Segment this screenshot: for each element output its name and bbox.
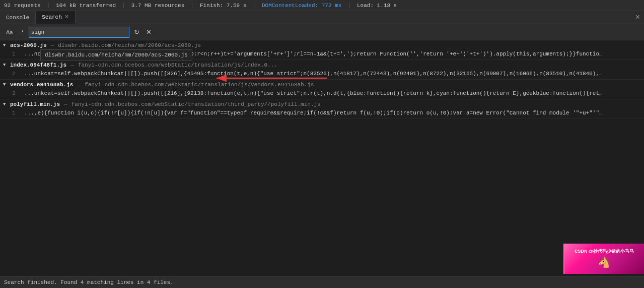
file-path-acs2060: dlswbr.baidu.com/heicha/mm/2060/acs-2060…: [58, 42, 201, 48]
result-line[interactable]: 2 ...unkcat=self.webpackChunkcat||[]).pu…: [0, 90, 644, 99]
search-options: Aa .*: [3, 28, 27, 37]
resources-size: 3.7 MB resources: [131, 3, 185, 9]
load-time: Load: 1.18 s: [357, 3, 397, 9]
result-line[interactable]: 1 ...nction _8HPf(){function() n=argumen…: [0, 50, 644, 60]
transferred-size: 104 kB transferred: [56, 3, 116, 9]
tab-search-label: Search: [42, 14, 62, 20]
line-number: 2: [12, 90, 22, 96]
search-input-wrap: [29, 27, 129, 38]
status-text: Search finished. Found 4 matching lines …: [4, 279, 174, 285]
line-content: ...nction _8HPf(){function() n=arguments…: [24, 51, 603, 57]
file-group-index: ▼ index.094f48f1.js — fanyi-cdn.cdn.bceb…: [0, 60, 644, 80]
status-bar: Search finished. Found 4 matching lines …: [0, 276, 644, 288]
clear-search-button[interactable]: ✕: [144, 27, 155, 38]
search-action-buttons: ↻ ✕: [131, 27, 155, 38]
line-content: ...unkcat=self.webpackChunkcat||[]).push…: [24, 71, 603, 77]
file-path-polyfill: fanyi-cdn.cdn.bcebos.com/webStatic/trans…: [71, 101, 321, 107]
file-header-acs2060[interactable]: ▼ acs-2060.js — dlswbr.baidu.com/heicha/…: [0, 40, 644, 50]
case-sensitive-button[interactable]: Aa: [3, 28, 16, 37]
search-results[interactable]: ▼ acs-2060.js — dlswbr.baidu.com/heicha/…: [0, 40, 644, 276]
tab-console-label: Console: [6, 15, 29, 21]
tab-console[interactable]: Console: [0, 11, 36, 24]
devtools-panel: 92 requests | 104 kB transferred | 3.7 M…: [0, 0, 644, 288]
chevron-icon: ▼: [3, 102, 8, 107]
chevron-icon: ▼: [3, 82, 8, 87]
file-name-vendors: vendors.e94168ab.js: [10, 82, 73, 88]
line-number: 2: [12, 71, 22, 77]
regex-button[interactable]: .*: [17, 28, 26, 37]
close-panel-button[interactable]: ×: [635, 13, 640, 22]
finish-time: Finish: 7.59 s: [200, 3, 246, 9]
file-name-index: index.094f48f1.js: [10, 62, 66, 68]
file-path-vendors: fanyi-cdn.cdn.bcebos.com/webStatic/trans…: [85, 82, 314, 88]
watermark-text: CSDN @抄代码少错的小马马 🐴: [575, 248, 634, 270]
file-path-index: fanyi-cdn.cdn.bcebos.com/webStatic/trans…: [78, 62, 277, 68]
dom-loaded-label: DOMContentLoaded: 772 ms: [262, 3, 341, 9]
stats-bar: 92 requests | 104 kB transferred | 3.7 M…: [0, 0, 644, 11]
file-group-vendors: ▼ vendors.e94168ab.js — fanyi-cdn.cdn.bc…: [0, 80, 644, 99]
file-name-polyfill: polyfill.min.js: [10, 101, 60, 107]
file-group-acs2060: ▼ acs-2060.js — dlswbr.baidu.com/heicha/…: [0, 40, 644, 60]
requests-count: 92 requests: [4, 3, 41, 9]
tab-search[interactable]: Search ×: [36, 11, 75, 24]
line-content: ...unkcat=self.webpackChunkcat||[]).push…: [24, 90, 603, 96]
file-group-polyfill: ▼ polyfill.min.js — fanyi-cdn.cdn.bcebos…: [0, 99, 644, 119]
tab-search-close[interactable]: ×: [65, 13, 69, 21]
search-input[interactable]: [29, 27, 129, 38]
file-header-vendors[interactable]: ▼ vendors.e94168ab.js — fanyi-cdn.cdn.bc…: [0, 80, 644, 90]
search-toolbar: Aa .* ↻ ✕: [0, 24, 644, 40]
file-header-index[interactable]: ▼ index.094f48f1.js — fanyi-cdn.cdn.bceb…: [0, 60, 644, 70]
refresh-search-button[interactable]: ↻: [131, 27, 142, 38]
tab-bar: Console Search × ×: [0, 11, 644, 24]
result-line[interactable]: 2 ...unkcat=self.webpackChunkcat||[]).pu…: [0, 70, 644, 79]
file-name-acs2060: acs-2060.js: [10, 42, 47, 48]
chevron-icon: ▼: [3, 43, 8, 48]
line-number: 1: [12, 51, 22, 57]
line-content: ...,e){function i(u,c){if(!r[u]){if(!n[u…: [24, 110, 603, 116]
watermark: CSDN @抄代码少错的小马马 🐴: [563, 244, 644, 274]
result-line[interactable]: 1 ...,e){function i(u,c){if(!r[u]){if(!n…: [0, 109, 644, 119]
line-number: 1: [12, 110, 22, 116]
file-header-polyfill[interactable]: ▼ polyfill.min.js — fanyi-cdn.cdn.bcebos…: [0, 99, 644, 109]
chevron-icon: ▼: [3, 63, 8, 68]
